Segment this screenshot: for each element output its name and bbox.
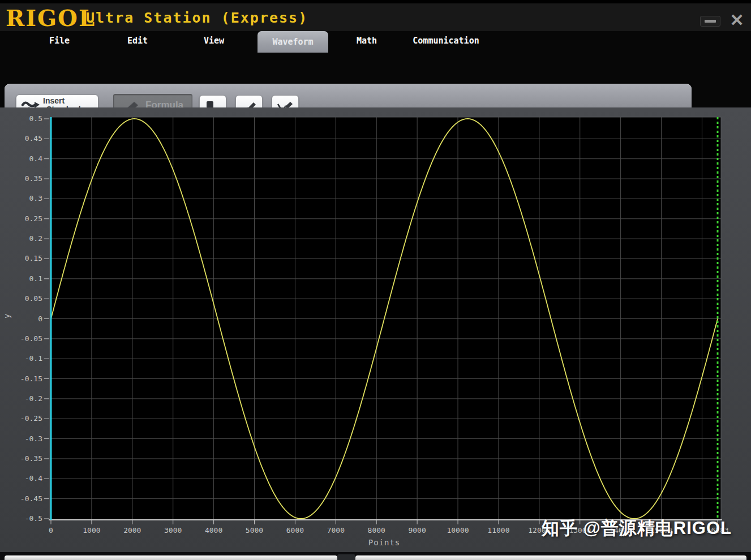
y-axis-label: y bbox=[2, 307, 11, 318]
svg-text:3000: 3000 bbox=[164, 526, 182, 535]
menu-band: File Edit View Waveform Math Communicati… bbox=[0, 31, 751, 107]
svg-text:0.25: 0.25 bbox=[25, 214, 42, 223]
svg-text:1000: 1000 bbox=[83, 526, 100, 535]
app-window: RIGOL Ultra Station (Express) ✕ File Edi… bbox=[0, 0, 751, 560]
menu-item-edit[interactable]: Edit bbox=[118, 31, 157, 51]
svg-text:0.4: 0.4 bbox=[29, 154, 43, 163]
menu-item-view[interactable]: View bbox=[194, 31, 234, 51]
menu-item-file[interactable]: File bbox=[40, 31, 79, 51]
svg-text:5000: 5000 bbox=[246, 526, 263, 535]
menu-item-math[interactable]: Math bbox=[347, 31, 387, 51]
close-button[interactable]: ✕ bbox=[726, 10, 748, 31]
svg-text:0: 0 bbox=[49, 526, 53, 535]
svg-text:7000: 7000 bbox=[327, 526, 345, 535]
svg-text:-0.35: -0.35 bbox=[20, 454, 42, 463]
minimize-button[interactable] bbox=[700, 16, 720, 27]
watermark-text: 知乎 @普源精电RIGOL bbox=[542, 516, 732, 540]
svg-text:-0.45: -0.45 bbox=[20, 494, 42, 503]
titlebar: RIGOL Ultra Station (Express) ✕ bbox=[0, 0, 751, 35]
svg-text:0.15: 0.15 bbox=[25, 254, 42, 262]
svg-text:0.1: 0.1 bbox=[29, 274, 42, 283]
svg-text:0: 0 bbox=[38, 315, 42, 323]
svg-text:0.5: 0.5 bbox=[29, 114, 42, 123]
svg-text:9000: 9000 bbox=[408, 526, 426, 535]
svg-text:-0.15: -0.15 bbox=[20, 374, 42, 383]
svg-text:0.45: 0.45 bbox=[25, 134, 42, 143]
svg-text:0.3: 0.3 bbox=[29, 194, 42, 203]
svg-text:-0.05: -0.05 bbox=[20, 334, 42, 343]
svg-text:-0.25: -0.25 bbox=[20, 414, 42, 423]
svg-text:0.05: 0.05 bbox=[25, 294, 42, 303]
svg-text:10000: 10000 bbox=[447, 526, 469, 535]
bottom-panel-right[interactable] bbox=[355, 555, 746, 560]
window-title: Ultra Station (Express) bbox=[86, 10, 308, 26]
svg-text:-0.2: -0.2 bbox=[25, 394, 42, 403]
svg-text:-0.5: -0.5 bbox=[25, 514, 42, 523]
svg-text:-0.4: -0.4 bbox=[25, 474, 42, 483]
menu-item-communication[interactable]: Communication bbox=[409, 31, 483, 51]
svg-text:0.35: 0.35 bbox=[25, 174, 42, 183]
svg-text:0.2: 0.2 bbox=[29, 234, 42, 243]
rigol-logo: RIGOL bbox=[6, 5, 96, 31]
waveform-plot: 0.50.450.40.350.30.250.20.150.10.050-0.0… bbox=[0, 107, 751, 553]
minimize-icon bbox=[705, 20, 716, 23]
svg-text:8000: 8000 bbox=[368, 526, 385, 535]
bottom-panel-left[interactable] bbox=[5, 555, 337, 560]
tab-waveform[interactable]: Waveform bbox=[258, 31, 328, 53]
svg-text:4000: 4000 bbox=[205, 526, 222, 535]
x-axis-label: Points bbox=[299, 538, 469, 547]
svg-text:2000: 2000 bbox=[123, 526, 141, 535]
bottom-panel-divider bbox=[337, 554, 355, 560]
svg-text:11000: 11000 bbox=[487, 526, 509, 535]
svg-text:6000: 6000 bbox=[286, 526, 304, 535]
svg-text:-0.1: -0.1 bbox=[25, 354, 42, 363]
svg-text:-0.3: -0.3 bbox=[25, 434, 42, 443]
